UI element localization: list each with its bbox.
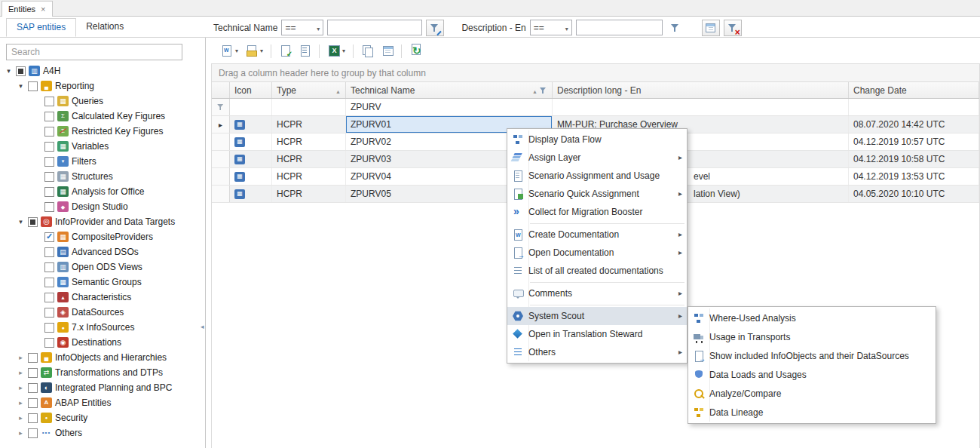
- tree-item[interactable]: Queries: [0, 94, 204, 109]
- tree-item[interactable]: Transformations and DTPs: [0, 365, 204, 380]
- tree-expander-icon[interactable]: [17, 219, 25, 226]
- tree-item[interactable]: Variables: [0, 139, 204, 154]
- tree-item[interactable]: Integrated Planning and BPC: [0, 380, 204, 395]
- tree-checkbox[interactable]: [44, 202, 54, 212]
- tree-checkbox[interactable]: [44, 157, 54, 167]
- tab-entities[interactable]: Entities ×: [2, 1, 53, 17]
- subtab[interactable]: Relations: [76, 18, 133, 37]
- tree-checkbox[interactable]: [28, 81, 38, 91]
- tree-checkbox[interactable]: [44, 323, 54, 333]
- technical-name-filter-input[interactable]: [327, 20, 422, 35]
- tree-item[interactable]: Design Studio: [0, 199, 204, 214]
- context-menu-item[interactable]: Assign Layer: [507, 149, 687, 167]
- tree-checkbox[interactable]: [44, 308, 54, 318]
- subtab[interactable]: SAP entities: [6, 18, 76, 37]
- filter-cell-description[interactable]: [553, 99, 849, 115]
- description-operator-select[interactable]: ==: [530, 20, 572, 35]
- filter-edit-button[interactable]: [426, 20, 444, 36]
- tree-item[interactable]: Semantic Groups: [0, 275, 204, 290]
- tree-checkbox[interactable]: [44, 172, 54, 182]
- tree-item[interactable]: Open ODS Views: [0, 259, 204, 275]
- tree-checkbox[interactable]: [44, 232, 54, 242]
- tree-item[interactable]: Security: [0, 410, 204, 425]
- tree-item[interactable]: CompositeProviders: [0, 229, 204, 244]
- tree-item[interactable]: Restricted Key Figures: [0, 124, 204, 139]
- context-menu-item[interactable]: Open Documentation: [507, 244, 687, 262]
- filter-cell-change-date[interactable]: [849, 99, 979, 115]
- toolbar-button[interactable]: [217, 41, 242, 60]
- context-menu-item[interactable]: System Scout: [507, 307, 687, 325]
- submenu-item[interactable]: Data Loads and Usages: [688, 365, 936, 384]
- tree-expander-icon[interactable]: [17, 400, 25, 407]
- column-header-technical-name[interactable]: Technical Name: [346, 82, 553, 98]
- tree-item[interactable]: Characteristics: [0, 290, 204, 305]
- tree-checkbox[interactable]: [44, 278, 54, 287]
- tree-expander-icon[interactable]: [17, 430, 25, 437]
- search-input[interactable]: [6, 44, 182, 60]
- tree-checkbox[interactable]: [28, 398, 38, 408]
- filter-cell-icon[interactable]: [230, 99, 272, 115]
- apply-filter-button[interactable]: [666, 20, 684, 36]
- column-header-description[interactable]: Description long - En: [553, 82, 849, 98]
- tree-expander-icon[interactable]: [17, 354, 25, 361]
- tree-item[interactable]: Advanced DSOs: [0, 244, 204, 259]
- description-filter-input[interactable]: [576, 20, 663, 35]
- tree-checkbox[interactable]: [44, 142, 54, 152]
- group-by-bar[interactable]: Drag a column header here to group by th…: [211, 63, 980, 82]
- tree-item[interactable]: Others: [0, 425, 204, 440]
- submenu-item[interactable]: Show included InfoObjects and their Data…: [688, 346, 936, 365]
- context-menu-item[interactable]: List of all created documentations: [507, 262, 687, 280]
- tree-item[interactable]: InfoProvider and Data Targets: [0, 214, 204, 229]
- submenu-item[interactable]: Data Lineage: [688, 403, 936, 422]
- submenu-item[interactable]: Usage in Transports: [688, 327, 936, 346]
- tree-expander-icon[interactable]: [17, 370, 25, 376]
- technical-name-operator-select[interactable]: ==: [281, 20, 323, 35]
- tree-checkbox[interactable]: [16, 66, 26, 76]
- tree-checkbox[interactable]: [44, 293, 54, 302]
- context-menu-item[interactable]: Open in Translation Steward: [507, 325, 687, 343]
- context-menu-item[interactable]: Others: [507, 343, 687, 361]
- context-menu-item[interactable]: Collect for Migration Booster: [507, 203, 687, 221]
- tree-item[interactable]: DataSources: [0, 305, 204, 320]
- tree-checkbox[interactable]: [44, 187, 54, 197]
- tree-checkbox[interactable]: [44, 97, 54, 106]
- submenu-item[interactable]: Analyze/Compare: [688, 384, 936, 403]
- tree-checkbox[interactable]: [44, 127, 54, 137]
- tree-checkbox[interactable]: [28, 428, 38, 438]
- context-menu-item[interactable]: Comments: [507, 284, 687, 302]
- tree-checkbox[interactable]: [28, 353, 38, 363]
- column-header-icon[interactable]: Icon: [230, 82, 272, 98]
- toolbar-button[interactable]: [324, 41, 349, 60]
- toolbar-button[interactable]: [296, 41, 315, 60]
- context-menu-item[interactable]: Display Data Flow: [507, 130, 687, 149]
- tree-checkbox[interactable]: [28, 368, 38, 378]
- tree-checkbox[interactable]: [44, 338, 54, 348]
- tree-checkbox[interactable]: [28, 413, 38, 423]
- tree-item[interactable]: ABAP Entities: [0, 395, 204, 410]
- toolbar-button[interactable]: [242, 41, 267, 60]
- tree-checkbox[interactable]: [44, 262, 54, 272]
- tree-checkbox[interactable]: [28, 383, 38, 393]
- tree-expander-icon[interactable]: [17, 83, 25, 90]
- tree-item[interactable]: InfoObjects and Hierarchies: [0, 350, 204, 365]
- context-menu-item[interactable]: Scenario Assignment and Usage: [507, 167, 687, 185]
- submenu-item[interactable]: Where-Used Analysis: [688, 308, 936, 327]
- clear-filter-button[interactable]: [724, 20, 742, 36]
- tree-checkbox[interactable]: [44, 112, 54, 121]
- tree-expander-icon[interactable]: [17, 385, 25, 391]
- tree-item[interactable]: Filters: [0, 154, 204, 169]
- filter-panel-button[interactable]: [702, 20, 720, 36]
- tree-item[interactable]: Calculated Key Figures: [0, 109, 204, 124]
- toolbar-button[interactable]: [358, 41, 378, 60]
- tree-checkbox[interactable]: [44, 247, 54, 257]
- filter-cell-type[interactable]: [272, 99, 346, 115]
- tree-item[interactable]: 7.x InfoSources: [0, 320, 204, 335]
- tree-expander-icon[interactable]: [5, 68, 13, 75]
- filter-active-icon[interactable]: [540, 87, 547, 94]
- tree-item[interactable]: Structures: [0, 169, 204, 184]
- tree-item[interactable]: Destinations: [0, 335, 204, 350]
- filter-cell-technical-name[interactable]: ZPURV: [346, 99, 553, 115]
- toolbar-button[interactable]: [378, 41, 397, 60]
- panel-collapse-arrow-icon[interactable]: [201, 323, 207, 336]
- toolbar-button[interactable]: [276, 41, 296, 60]
